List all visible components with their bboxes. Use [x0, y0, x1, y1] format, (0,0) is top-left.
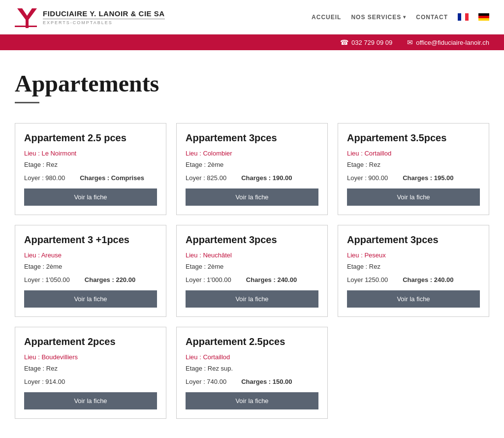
nav-nos-services[interactable]: NOS SERVICES ▾	[351, 14, 406, 21]
voir-fiche-button[interactable]: Voir la fiche	[24, 392, 157, 409]
card-loyer: Loyer 1250.00	[347, 276, 388, 283]
logo-icon	[15, 6, 37, 28]
card-title: Appartement 2pces	[24, 336, 157, 347]
voir-fiche-button[interactable]: Voir la fiche	[186, 290, 318, 308]
voir-fiche-button[interactable]: Voir la fiche	[347, 290, 480, 308]
card-title: Appartement 3 +1pces	[24, 234, 157, 246]
card-financials: Loyer : 914.00	[24, 378, 157, 385]
card-charges: Charges : 240.00	[246, 276, 297, 283]
nav-contact[interactable]: CONTACT	[416, 14, 448, 21]
card-title: Appartement 2.5pces	[186, 336, 318, 347]
card-lieu: Lieu : Le Noirmont	[24, 150, 157, 157]
site-header: FIDUCIAIRE Y. LANOIR & CIE SA EXPERTS-CO…	[0, 0, 504, 34]
card-lieu: Lieu : Areuse	[24, 251, 157, 259]
nav-accueil[interactable]: ACCUEIL	[312, 14, 341, 21]
card-charges: Charges : Comprises	[80, 174, 144, 182]
card-etage: Etage : Rez sup.	[186, 365, 318, 372]
card-loyer: Loyer : 914.00	[24, 378, 65, 385]
card-etage: Etage : Rez	[24, 161, 157, 168]
phone-number: 032 729 09 09	[351, 39, 392, 46]
card-financials: Loyer 1250.00 Charges : 240.00	[347, 276, 480, 283]
apartment-card: Appartement 2.5 pces Lieu : Le Noirmont …	[15, 123, 166, 215]
main-content: Appartements Appartement 2.5 pces Lieu :…	[0, 50, 504, 438]
card-financials: Loyer : 1'000.00 Charges : 240.00	[186, 276, 318, 283]
flag-german[interactable]	[478, 13, 489, 21]
title-underline	[15, 102, 39, 103]
page-title: Appartements	[15, 70, 489, 97]
chevron-down-icon: ▾	[403, 14, 406, 20]
card-etage: Etage : 2ème	[186, 161, 318, 168]
main-nav: ACCUEIL NOS SERVICES ▾ CONTACT	[312, 13, 489, 21]
email-icon: ✉	[407, 38, 413, 46]
email-address: office@fiduciaire-lanoir.ch	[416, 39, 489, 46]
voir-fiche-button[interactable]: Voir la fiche	[24, 290, 157, 308]
card-title: Appartement 3pces	[186, 234, 318, 246]
logo-subtitle: EXPERTS-COMPTABLES	[43, 19, 165, 25]
card-loyer: Loyer : 900.00	[347, 174, 388, 182]
card-charges: Charges : 190.00	[241, 174, 292, 182]
card-financials: Loyer : 1'050.00 Charges : 220.00	[24, 276, 157, 283]
card-financials: Loyer : 900.00 Charges : 195.00	[347, 174, 480, 182]
card-charges: Charges : 220.00	[85, 276, 135, 283]
voir-fiche-button[interactable]: Voir la fiche	[186, 188, 318, 206]
voir-fiche-button[interactable]: Voir la fiche	[347, 188, 480, 206]
phone-item: ☎ 032 729 09 09	[340, 38, 392, 46]
phone-icon: ☎	[340, 38, 348, 46]
card-charges: Charges : 150.00	[241, 378, 292, 385]
apartment-card: Appartement 2pces Lieu : Boudevilliers E…	[15, 327, 166, 419]
card-lieu: Lieu : Peseux	[347, 251, 480, 259]
contact-bar: ☎ 032 729 09 09 ✉ office@fiduciaire-lano…	[0, 34, 504, 50]
card-loyer: Loyer : 980.00	[24, 174, 65, 182]
card-loyer: Loyer : 1'000.00	[186, 276, 231, 283]
card-loyer: Loyer : 740.00	[186, 378, 226, 385]
card-title: Appartement 3.5pces	[347, 132, 480, 144]
card-title: Appartement 3pces	[347, 234, 480, 246]
card-lieu: Lieu : Boudevilliers	[24, 353, 157, 361]
flag-french[interactable]	[458, 13, 469, 21]
apartment-card: Appartement 3pces Lieu : Neuchâtel Etage…	[176, 225, 328, 317]
card-financials: Loyer : 980.00 Charges : Comprises	[24, 174, 157, 182]
card-title: Appartement 3pces	[186, 132, 318, 144]
email-item: ✉ office@fiduciaire-lanoir.ch	[407, 38, 489, 46]
card-etage: Etage : Rez	[24, 365, 157, 372]
apartment-card: Appartement 2.5pces Lieu : Cortaillod Et…	[176, 327, 328, 419]
card-financials: Loyer : 825.00 Charges : 190.00	[186, 174, 318, 182]
card-title: Appartement 2.5 pces	[24, 132, 157, 144]
card-etage: Etage : Rez	[347, 161, 480, 168]
card-loyer: Loyer : 825.00	[186, 174, 226, 182]
card-lieu: Lieu : Colombier	[186, 150, 318, 157]
apartment-card: Appartement 3pces Lieu : Peseux Etage : …	[338, 225, 489, 317]
card-loyer: Loyer : 1'050.00	[24, 276, 70, 283]
apartment-card: Appartement 3.5pces Lieu : Cortaillod Et…	[338, 123, 489, 215]
card-financials: Loyer : 740.00 Charges : 150.00	[186, 378, 318, 385]
logo-title: FIDUCIAIRE Y. LANOIR & CIE SA	[43, 9, 165, 18]
logo: FIDUCIAIRE Y. LANOIR & CIE SA EXPERTS-CO…	[15, 6, 165, 28]
svg-rect-1	[15, 26, 37, 27]
apartment-card: Appartement 3pces Lieu : Colombier Etage…	[176, 123, 328, 215]
card-charges: Charges : 240.00	[403, 276, 453, 283]
card-lieu: Lieu : Cortaillod	[186, 353, 318, 361]
svg-marker-0	[17, 8, 37, 28]
voir-fiche-button[interactable]: Voir la fiche	[24, 188, 157, 206]
apartments-grid: Appartement 2.5 pces Lieu : Le Noirmont …	[15, 123, 489, 419]
card-lieu: Lieu : Neuchâtel	[186, 251, 318, 259]
apartment-card: Appartement 3 +1pces Lieu : Areuse Etage…	[15, 225, 166, 317]
card-etage: Etage : Rez	[347, 263, 480, 270]
card-etage: Etage : 2ème	[24, 263, 157, 270]
voir-fiche-button[interactable]: Voir la fiche	[186, 392, 318, 409]
card-charges: Charges : 195.00	[403, 174, 453, 182]
logo-text: FIDUCIAIRE Y. LANOIR & CIE SA EXPERTS-CO…	[43, 9, 165, 25]
card-lieu: Lieu : Cortaillod	[347, 150, 480, 157]
card-etage: Etage : 2ème	[186, 263, 318, 270]
